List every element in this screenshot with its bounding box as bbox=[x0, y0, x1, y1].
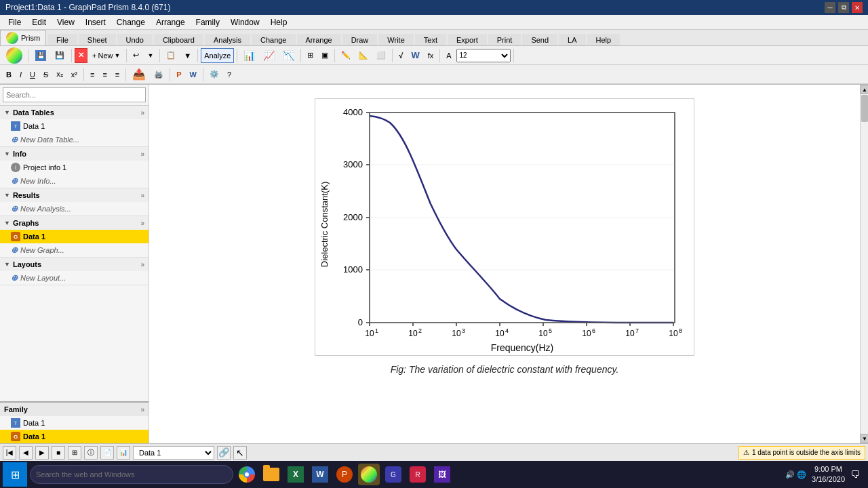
scroll-thumb[interactable] bbox=[861, 95, 868, 122]
write-btn-word[interactable]: W bbox=[408, 48, 422, 63]
tab-la[interactable]: LA bbox=[559, 34, 585, 45]
prism-tab[interactable]: Prism bbox=[21, 34, 40, 42]
align-left-button[interactable]: ≡ bbox=[87, 67, 98, 82]
tab-text[interactable]: Text bbox=[415, 34, 446, 45]
sidebar-item-new-analysis[interactable]: ⊕ New Analysis... bbox=[0, 202, 149, 216]
menu-help[interactable]: Help bbox=[265, 16, 293, 28]
align-center-button[interactable]: ≡ bbox=[99, 67, 110, 82]
taskbar-icon-excel[interactable]: X bbox=[285, 464, 307, 485]
notification-icon[interactable]: 🗨 bbox=[850, 469, 860, 480]
tab-arrange[interactable]: Arrange bbox=[297, 34, 341, 45]
vertical-scrollbar[interactable]: ▲ ▼ bbox=[860, 85, 868, 443]
font-size-select[interactable]: 12 bbox=[456, 49, 511, 62]
taskbar-icon-photos[interactable]: 🖼 bbox=[431, 464, 453, 485]
draw-btn-1[interactable]: ✏️ bbox=[338, 48, 354, 63]
data-tables-expand[interactable]: » bbox=[140, 109, 144, 117]
section-layouts-header[interactable]: ▼ Layouts » bbox=[0, 258, 149, 271]
draw-btn-3[interactable]: ⬜ bbox=[373, 48, 389, 63]
paste-button[interactable]: 📋 bbox=[163, 48, 179, 63]
tab-write[interactable]: Write bbox=[378, 34, 413, 45]
nav-play-button[interactable]: ▶ bbox=[35, 446, 49, 460]
settings-btn[interactable]: ⚙️ bbox=[206, 67, 222, 82]
nav-stop-button[interactable]: ■ bbox=[52, 446, 65, 460]
tab-send[interactable]: Send bbox=[522, 34, 557, 45]
taskbar-search-input[interactable] bbox=[30, 465, 233, 484]
graphs-expand[interactable]: » bbox=[140, 220, 144, 227]
minimize-button[interactable]: ─ bbox=[825, 2, 835, 13]
nav-info-button[interactable]: ⓘ bbox=[84, 446, 98, 460]
nav-first-button[interactable]: |◀ bbox=[3, 446, 16, 460]
tab-change[interactable]: Change bbox=[252, 34, 296, 45]
export-btn[interactable]: 📤 bbox=[129, 67, 149, 82]
search-input[interactable] bbox=[3, 87, 146, 102]
bold-button[interactable]: B bbox=[3, 67, 15, 82]
italic-button[interactable]: I bbox=[16, 67, 25, 82]
sidebar-item-project-info[interactable]: i Project info 1 bbox=[0, 161, 149, 174]
undo-button[interactable]: ↩ bbox=[130, 48, 142, 63]
close-sheet-button[interactable]: ✕ bbox=[75, 48, 87, 63]
family-expand[interactable]: » bbox=[140, 406, 144, 413]
sheet-selector[interactable]: Data 1 bbox=[133, 446, 214, 460]
sidebar-item-new-data-table[interactable]: ⊕ New Data Table... bbox=[0, 133, 149, 146]
results-expand[interactable]: » bbox=[140, 192, 144, 199]
taskbar-icon-explorer[interactable] bbox=[260, 464, 282, 485]
menu-insert[interactable]: Insert bbox=[80, 16, 111, 28]
write-btn-1[interactable]: √ bbox=[395, 48, 406, 63]
taskbar-icon-graphpad[interactable] bbox=[358, 464, 380, 485]
taskbar-icon-app5[interactable]: P bbox=[334, 464, 355, 485]
tab-sheet[interactable]: Sheet bbox=[79, 34, 116, 45]
tab-clipboard[interactable]: Clipboard bbox=[154, 34, 203, 45]
arrange-btn-2[interactable]: ▣ bbox=[318, 48, 332, 63]
content-area[interactable]: 4000 3000 2000 1000 0 10 1 bbox=[149, 85, 860, 443]
menu-edit[interactable]: Edit bbox=[26, 16, 52, 28]
graph-svg[interactable]: 4000 3000 2000 1000 0 10 1 bbox=[315, 98, 694, 356]
menu-family[interactable]: Family bbox=[191, 16, 225, 28]
powerpoint-btn[interactable]: P bbox=[173, 67, 184, 82]
nav-prev-button[interactable]: ◀ bbox=[19, 446, 33, 460]
align-right-button[interactable]: ≡ bbox=[112, 67, 123, 82]
nav-page-button[interactable]: 📄 bbox=[100, 446, 114, 460]
taskbar-icon-word[interactable]: W bbox=[309, 464, 331, 485]
start-button[interactable]: ⊞ bbox=[3, 462, 27, 487]
menu-file[interactable]: File bbox=[3, 16, 26, 28]
section-graphs-header[interactable]: ▼ Graphs » bbox=[0, 216, 149, 230]
section-info-header[interactable]: ▼ Info » bbox=[0, 147, 149, 161]
tab-print[interactable]: Print bbox=[488, 34, 521, 45]
tab-analysis[interactable]: Analysis bbox=[205, 34, 250, 45]
menu-change[interactable]: Change bbox=[111, 16, 151, 28]
sidebar-item-new-layout[interactable]: ⊕ New Layout... bbox=[0, 271, 149, 285]
chart-type-3[interactable]: 📉 bbox=[279, 48, 298, 63]
scroll-down-button[interactable]: ▼ bbox=[861, 434, 868, 443]
tab-file[interactable]: File bbox=[47, 34, 77, 45]
nav-results-button[interactable]: 📊 bbox=[117, 446, 130, 460]
menu-view[interactable]: View bbox=[52, 16, 80, 28]
save-button[interactable]: 💾 bbox=[32, 48, 50, 63]
arrange-btn-1[interactable]: ⊞ bbox=[304, 48, 317, 63]
print-btn[interactable]: 🖨️ bbox=[151, 67, 167, 82]
taskbar-icon-app8[interactable]: R bbox=[407, 464, 429, 485]
scroll-up-button[interactable]: ▲ bbox=[861, 85, 868, 94]
write-btn-3[interactable]: fx bbox=[425, 48, 437, 63]
paste-dropdown-button[interactable]: ▼ bbox=[180, 48, 195, 63]
menu-window[interactable]: Window bbox=[225, 16, 265, 28]
section-results-header[interactable]: ▼ Results » bbox=[0, 188, 149, 202]
taskbar-icon-chrome[interactable] bbox=[236, 464, 258, 485]
link-button[interactable]: 🔗 bbox=[217, 446, 231, 460]
underline-button[interactable]: U bbox=[26, 67, 39, 82]
save-as-button[interactable]: 💾 bbox=[51, 48, 68, 63]
chart-type-1[interactable]: 📊 bbox=[240, 48, 258, 63]
new-button[interactable]: + New ▼ bbox=[89, 48, 123, 63]
sidebar-item-data1[interactable]: T Data 1 bbox=[0, 119, 149, 133]
tab-help[interactable]: Help bbox=[587, 34, 620, 45]
prism-button[interactable] bbox=[3, 48, 26, 63]
menu-arrange[interactable]: Arrange bbox=[151, 16, 191, 28]
close-button[interactable]: ✕ bbox=[852, 2, 863, 13]
sidebar-item-graph-data1[interactable]: G Data 1 bbox=[0, 230, 149, 243]
layouts-expand[interactable]: » bbox=[140, 261, 144, 268]
nav-table-button[interactable]: ⊞ bbox=[68, 446, 81, 460]
text-color-btn[interactable]: A bbox=[443, 48, 454, 63]
family-header[interactable]: Family » bbox=[0, 403, 149, 416]
sidebar-item-new-graph[interactable]: ⊕ New Graph... bbox=[0, 243, 149, 257]
family-item-data1-graph[interactable]: G Data 1 bbox=[0, 430, 149, 443]
sidebar-item-new-info[interactable]: ⊕ New Info... bbox=[0, 174, 149, 188]
